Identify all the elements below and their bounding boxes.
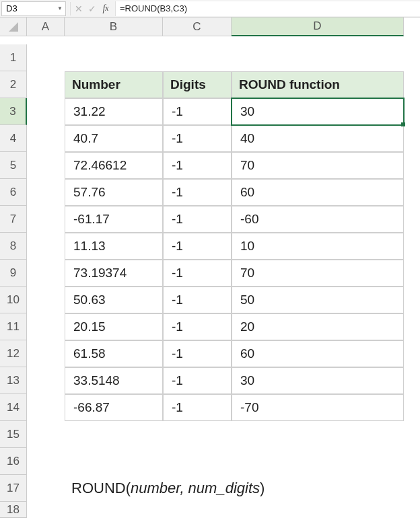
cell-b9[interactable]: 73.19374 [65, 260, 163, 287]
cell-d18[interactable] [232, 502, 404, 518]
cell-c16[interactable] [163, 448, 232, 475]
table-header-digits[interactable]: Digits [163, 71, 232, 98]
cell-b11[interactable]: 20.15 [65, 313, 163, 340]
cell-a3[interactable] [27, 98, 65, 125]
row-header-1[interactable]: 1 [0, 44, 27, 71]
cell-a15[interactable] [27, 421, 65, 448]
cell-d3[interactable]: 30 [232, 98, 404, 125]
cell-c4[interactable]: -1 [163, 125, 232, 152]
enter-button[interactable]: ✓ [85, 1, 99, 16]
col-header-b[interactable]: B [65, 17, 163, 36]
row-header-3[interactable]: 3 [0, 98, 27, 125]
cell-a11[interactable] [27, 313, 65, 340]
cell-d10[interactable]: 50 [232, 287, 404, 313]
cell-a5[interactable] [27, 152, 65, 179]
fill-handle[interactable] [401, 122, 405, 126]
cell-a4[interactable] [27, 125, 65, 152]
cell-b12[interactable]: 61.58 [65, 340, 163, 367]
cell-b7[interactable]: -61.17 [65, 206, 163, 233]
cell-b6[interactable]: 57.76 [65, 179, 163, 206]
formula-input[interactable]: =ROUND(B3,C3) [115, 1, 420, 16]
table-header-round[interactable]: ROUND function [232, 71, 404, 98]
cell-b16[interactable] [65, 448, 163, 475]
cell-b18[interactable] [65, 502, 163, 518]
cell-b17[interactable]: ROUND(number, num_digits) [65, 475, 404, 502]
cell-c3[interactable]: -1 [163, 98, 232, 125]
cell-c15[interactable] [163, 421, 232, 448]
cell-d11[interactable]: 20 [232, 313, 404, 340]
row-header-7[interactable]: 7 [0, 206, 27, 233]
cell-c1[interactable] [163, 44, 232, 71]
cell-a9[interactable] [27, 260, 65, 287]
cell-b5[interactable]: 72.46612 [65, 152, 163, 179]
cell-a8[interactable] [27, 233, 65, 260]
cell-c10[interactable]: -1 [163, 287, 232, 313]
cell-a10[interactable] [27, 287, 65, 313]
cell-d4[interactable]: 40 [232, 125, 404, 152]
cell-b8[interactable]: 11.13 [65, 233, 163, 260]
table-header-number[interactable]: Number [65, 71, 163, 98]
cell-c7[interactable]: -1 [163, 206, 232, 233]
cell-c12[interactable]: -1 [163, 340, 232, 367]
cell-a17[interactable] [27, 475, 65, 502]
cell-c18[interactable] [163, 502, 232, 518]
cell-c13[interactable]: -1 [163, 367, 232, 394]
row-header-2[interactable]: 2 [0, 71, 27, 98]
col-header-a[interactable]: A [27, 17, 65, 36]
cell-b3[interactable]: 31.22 [65, 98, 163, 125]
cell-a12[interactable] [27, 340, 65, 367]
cell-c9[interactable]: -1 [163, 260, 232, 287]
cell-a18[interactable] [27, 502, 65, 518]
cell-b13[interactable]: 33.5148 [65, 367, 163, 394]
row-header-13[interactable]: 13 [0, 367, 27, 394]
cell-c8[interactable]: -1 [163, 233, 232, 260]
cell-c5[interactable]: -1 [163, 152, 232, 179]
cell-a7[interactable] [27, 206, 65, 233]
row-header-11[interactable]: 11 [0, 313, 27, 340]
row-header-5[interactable]: 5 [0, 152, 27, 179]
cell-d5[interactable]: 70 [232, 152, 404, 179]
cell-d6[interactable]: 60 [232, 179, 404, 206]
row-header-8[interactable]: 8 [0, 233, 27, 260]
insert-function-button[interactable]: fx [99, 1, 112, 16]
cancel-button[interactable]: ✕ [72, 1, 85, 16]
cell-a2[interactable] [27, 71, 65, 98]
cell-a16[interactable] [27, 448, 65, 475]
cell-a14[interactable] [27, 394, 65, 421]
row-header-9[interactable]: 9 [0, 260, 27, 287]
row-header-10[interactable]: 10 [0, 287, 27, 313]
cell-c14[interactable]: -1 [163, 394, 232, 421]
cell-d7[interactable]: -60 [232, 206, 404, 233]
cell-a13[interactable] [27, 367, 65, 394]
cell-b4[interactable]: 40.7 [65, 125, 163, 152]
name-box[interactable]: D3 ▼ [1, 1, 66, 16]
cell-d16[interactable] [232, 448, 404, 475]
cell-d13[interactable]: 30 [232, 367, 404, 394]
cell-d9[interactable]: 70 [232, 260, 404, 287]
cell-d1[interactable] [232, 44, 404, 71]
row-header-6[interactable]: 6 [0, 179, 27, 206]
col-header-d[interactable]: D [232, 17, 404, 36]
name-box-dropdown-icon[interactable]: ▼ [56, 5, 64, 13]
cell-b1[interactable] [65, 44, 163, 71]
row-header-4[interactable]: 4 [0, 125, 27, 152]
row-header-12[interactable]: 12 [0, 340, 27, 367]
cell-d8[interactable]: 10 [232, 233, 404, 260]
cell-b14[interactable]: -66.87 [65, 394, 163, 421]
cell-d12[interactable]: 60 [232, 340, 404, 367]
cell-b10[interactable]: 50.63 [65, 287, 163, 313]
cell-c11[interactable]: -1 [163, 313, 232, 340]
select-all-corner[interactable] [0, 17, 27, 36]
row-header-16[interactable]: 16 [0, 448, 27, 475]
cell-c6[interactable]: -1 [163, 179, 232, 206]
row-header-14[interactable]: 14 [0, 394, 27, 421]
cell-d15[interactable] [232, 421, 404, 448]
col-header-c[interactable]: C [163, 17, 232, 36]
row-header-15[interactable]: 15 [0, 421, 27, 448]
cell-a1[interactable] [27, 44, 65, 71]
row-header-18[interactable]: 18 [0, 502, 27, 518]
cell-b15[interactable] [65, 421, 163, 448]
cell-d14[interactable]: -70 [232, 394, 404, 421]
cell-a6[interactable] [27, 179, 65, 206]
row-header-17[interactable]: 17 [0, 475, 27, 502]
